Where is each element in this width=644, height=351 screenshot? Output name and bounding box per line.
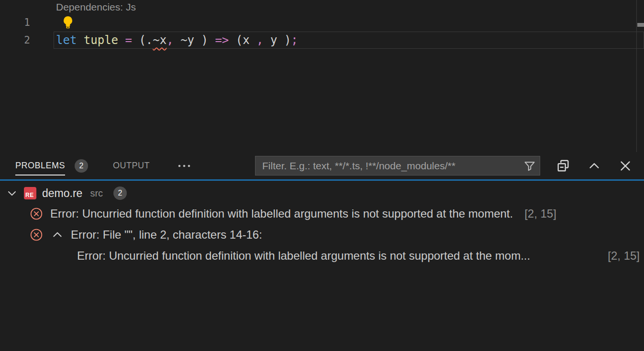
code-line-2[interactable]: let tuple = (.~x, ~y ) => (x , y ); [56,32,298,48]
file-problems-badge: 2 [113,186,127,200]
codelens-dependencies[interactable]: Dependencies: Js [56,1,136,13]
funnel-icon[interactable] [520,156,540,175]
problem-message: Error: File "", line 2, characters 14-16… [71,228,262,241]
tab-problems[interactable]: PROBLEMS 2 [15,152,88,179]
chrome-restore-icon[interactable] [554,157,572,175]
code-token: = [125,33,132,47]
problem-location: [2, 15] [524,207,556,220]
error-icon [30,207,43,220]
problems-file-row[interactable]: RE demo.re src 2 [0,183,644,203]
problems-count-badge: 2 [75,159,88,173]
chevron-down-icon[interactable] [6,187,18,199]
problem-message: Error: Uncurried function definition wit… [50,207,513,220]
code-token: tuple [84,33,118,47]
problem-location: [2, 15] [608,249,640,263]
code-token: (. [132,33,153,47]
filter-input[interactable] [255,156,520,175]
code-token: ~y ) [174,33,215,47]
panel-title-bar: PROBLEMS 2 OUTPUT [0,152,644,179]
close-icon[interactable] [616,157,634,175]
problems-list: RE demo.re src 2 Error: Uncurried functi… [0,181,644,351]
tab-output-label: OUTPUT [113,152,150,179]
chevron-up-icon[interactable] [585,157,603,175]
line-number-1: 1 [0,14,30,31]
lightbulb-icon[interactable] [63,16,73,29]
reason-file-icon: RE [24,187,36,199]
code-token: => [215,33,229,47]
code-editor[interactable]: Dependencies: Js 1 2 let tuple = (.~x, ~… [0,0,644,152]
code-token-error-squiggle: ~x [153,33,167,47]
problem-message: Error: Uncurried function definition wit… [77,249,530,263]
code-token: let [56,33,77,47]
line-number-2: 2 [0,32,30,49]
editor-scrollbar-divider [636,0,637,152]
tab-problems-label: PROBLEMS [15,152,65,179]
chevron-up-icon[interactable] [51,229,64,241]
more-actions-icon[interactable] [174,152,194,179]
tab-output[interactable]: OUTPUT [113,152,150,179]
overview-ruler-cursor-marker [637,23,644,27]
file-name: demo.re [42,187,82,200]
problem-row[interactable]: Error: File "", line 2, characters 14-16… [0,224,644,245]
code-token: (x [229,33,256,47]
code-token: y ) [264,33,291,47]
problem-row[interactable]: Error: Uncurried function definition wit… [0,245,644,266]
error-icon [30,228,43,241]
file-path: src [90,188,103,199]
problem-row[interactable]: Error: Uncurried function definition wit… [0,203,644,224]
problems-filter [255,156,540,176]
